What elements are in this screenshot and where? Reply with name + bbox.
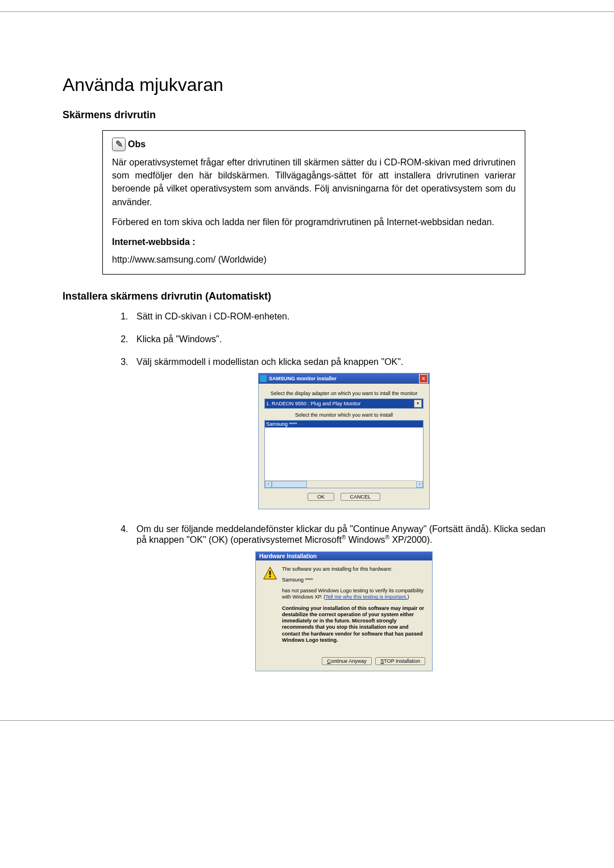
hw-bold-warning: Continuing your installation of this sof… (282, 605, 424, 643)
scroll-thumb[interactable] (272, 481, 307, 488)
svg-rect-1 (269, 571, 271, 575)
step-3-text: Välj skärmmodell i modellistan och klick… (136, 357, 403, 367)
section-heading-driver: Skärmens drivrutin (63, 109, 551, 121)
hw-device-name: Samsung **** (282, 577, 425, 583)
section-heading-install-auto: Installera skärmens drivrutin (Automatis… (63, 290, 551, 302)
chevron-down-icon[interactable]: ▾ (414, 400, 422, 408)
close-icon[interactable]: × (419, 374, 428, 383)
step-4: Om du ser följande meddelandefönster kli… (131, 524, 551, 671)
stop-installation-rest: TOP Installation (384, 658, 420, 664)
internet-website-url: http://www.samsung.com/ (Worldwide) (112, 253, 516, 266)
note-box: ✎ Obs När operativsystemet frågar efter … (102, 130, 525, 275)
cancel-button[interactable]: CANCEL (341, 493, 381, 501)
hw-text-line1: The software you are installing for this… (282, 566, 425, 572)
installer-title-text: SAMSUNG monitor installer (269, 376, 337, 381)
step-1: Sätt in CD-skivan i CD-ROM-enheten. (131, 312, 551, 322)
hardware-installation-dialog: Hardware Installation The software you a… (255, 551, 433, 672)
warning-icon (263, 566, 277, 581)
scroll-right-icon[interactable]: › (416, 481, 423, 488)
step-4-text-b: Windows (346, 535, 385, 545)
step-2: Klicka på "Windows". (131, 334, 551, 344)
step-4-text-c: XP/2000). (389, 535, 433, 545)
registered-mark-2: ® (385, 534, 389, 541)
step-4-text-a: Om du ser följande meddelandefönster kli… (136, 524, 545, 545)
ok-button[interactable]: OK (308, 493, 334, 501)
monitor-listbox[interactable]: Samsung **** ‹ › (264, 420, 424, 488)
note-icon: ✎ (112, 138, 126, 151)
svg-rect-2 (269, 576, 271, 577)
note-label: Obs (128, 138, 146, 151)
hw-text-line2b: ) (407, 594, 409, 600)
installer-instruction-1: Select the display adapter on which you … (264, 391, 424, 396)
stop-installation-button[interactable]: STOP Installation (375, 657, 425, 665)
internet-website-label: Internet-webbsida : (112, 237, 196, 247)
hw-tell-me-why-link[interactable]: Tell me why this testing is important. (325, 594, 407, 600)
note-paragraph-2: Förbered en tom skiva och ladda ner file… (112, 215, 516, 229)
continue-anyway-rest: ontinue Anyway (331, 658, 367, 664)
page-title: Använda mjukvaran (63, 74, 551, 95)
step-3: Välj skärmmodell i modellistan och klick… (131, 357, 551, 509)
adapter-selected-text: 1. RADEON 9550 : Plug and Play Monitor (266, 401, 361, 406)
install-steps-list: Sätt in CD-skivan i CD-ROM-enheten. Klic… (108, 312, 551, 671)
scroll-left-icon[interactable]: ‹ (265, 481, 272, 488)
monitor-selected-item[interactable]: Samsung **** (265, 421, 423, 427)
note-paragraph-1: När operativsystemet frågar efter drivru… (112, 156, 516, 209)
installer-instruction-2: Select the monitor which you want to ins… (264, 412, 424, 418)
installer-dialog: SAMSUNG monitor installer × Select the d… (258, 373, 430, 509)
adapter-dropdown[interactable]: 1. RADEON 9550 : Plug and Play Monitor ▾ (264, 398, 424, 409)
horizontal-scrollbar[interactable]: ‹ › (265, 480, 416, 488)
installer-app-icon (260, 375, 267, 382)
hw-dialog-title: Hardware Installation (256, 552, 432, 560)
installer-titlebar: SAMSUNG monitor installer × (259, 373, 429, 384)
continue-anyway-button[interactable]: Continue Anyway (322, 657, 372, 665)
